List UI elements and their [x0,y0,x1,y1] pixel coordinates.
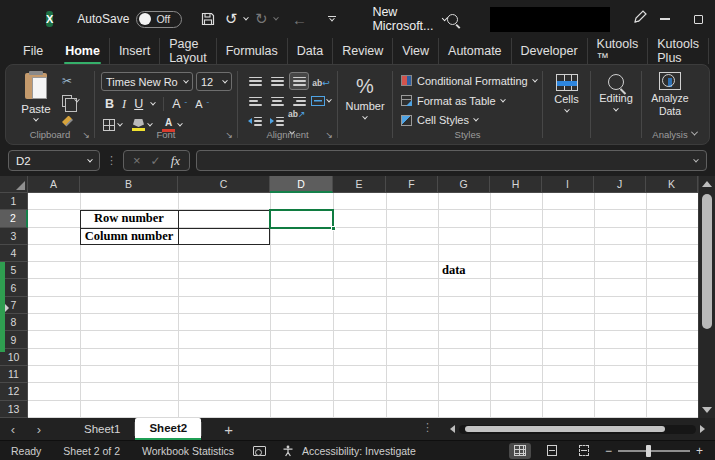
document-title[interactable]: New Microsoft... [372,5,446,33]
cell-g5[interactable]: data [442,262,490,279]
font-color-dropdown-icon[interactable] [177,121,183,127]
format-painter-button[interactable] [62,113,73,129]
row-header-2[interactable]: 2 [0,210,28,227]
increase-indent-button[interactable] [270,117,284,126]
row-header-11[interactable]: 11 [0,366,28,383]
tab-insert[interactable]: Insert [110,38,160,64]
vertical-scroll-thumb[interactable] [702,194,712,329]
maximize-button[interactable] [682,4,715,34]
column-header-a[interactable]: A [28,176,80,193]
row-header-1[interactable]: 1 [0,193,28,210]
column-header-e[interactable]: E [333,176,386,193]
column-header-k[interactable]: K [646,176,698,193]
row-header-13[interactable]: 13 [0,401,28,418]
fill-handle[interactable] [331,226,336,231]
column-header-c[interactable]: C [178,176,270,193]
top-align-button[interactable] [249,77,262,86]
formula-bar-splitter[interactable]: ⋮ [106,154,117,167]
tab-data[interactable]: Data [288,38,333,64]
column-header-h[interactable]: H [490,176,542,193]
fill-color-dropdown-icon[interactable] [147,121,153,127]
cells-dropdown-icon[interactable] [564,107,570,113]
alignment-dialog-launcher-icon[interactable]: ↘ [325,130,333,140]
page-layout-view-button[interactable] [541,443,563,459]
format-as-table-button[interactable]: Format as Table [401,93,542,109]
tab-file[interactable]: File [14,38,52,64]
tab-view[interactable]: View [393,38,439,64]
name-box[interactable]: D2 [8,150,100,171]
sheet-nav-left-icon[interactable]: ‹ [0,422,26,437]
accessibility-status[interactable]: Accessibility: Investigate [302,445,416,457]
font-dialog-launcher-icon[interactable]: ↘ [225,130,233,140]
cell-styles-dropdown-icon[interactable] [473,116,479,122]
wrap-text-button[interactable]: ab↩ [312,72,329,90]
tab-developer[interactable]: Developer [512,38,588,64]
bold-button[interactable]: B [105,97,114,111]
active-cell-d2[interactable] [269,209,334,228]
group-number[interactable]: % Number [338,67,392,142]
merge-center-button[interactable] [311,96,331,106]
page-break-view-button[interactable] [573,443,595,459]
column-header-d[interactable]: D [270,176,333,193]
scroll-left-icon[interactable] [450,425,455,433]
analyze-data-button[interactable]: Analyze Data [642,92,698,117]
scroll-up-icon[interactable] [702,181,712,187]
tab-kutools[interactable]: Kutools ™ [588,38,649,64]
column-header-j[interactable]: J [594,176,646,193]
expand-formula-bar-icon[interactable] [693,156,699,162]
align-center-button[interactable] [271,97,284,106]
autosave-toggle[interactable]: Off [136,11,182,28]
tab-automate[interactable]: Automate [439,38,512,64]
sheet-tab-sheet2[interactable]: Sheet2 [135,418,201,440]
save-icon[interactable] [198,7,218,31]
undo-icon[interactable]: ↺ [221,7,241,31]
formula-bar[interactable] [196,150,707,171]
column-header-b[interactable]: B [80,176,178,193]
minimize-button[interactable] [648,4,682,34]
tabbar-resize-handle[interactable]: ⋮ [422,421,433,434]
scroll-down-icon[interactable] [702,407,712,413]
format-as-table-dropdown-icon[interactable] [500,96,506,102]
formula-input[interactable] [205,155,694,167]
horizontal-scroll-thumb[interactable] [465,426,665,432]
underline-button[interactable]: U [134,97,143,111]
row-header-12[interactable]: 12 [0,383,28,400]
cell-styles-button[interactable]: Cell Styles [401,112,542,128]
qat-overflow-icon[interactable] [322,7,342,31]
editing-dropdown-icon[interactable] [613,106,619,112]
font-size-combobox[interactable]: 12 [196,72,232,91]
autosave-control[interactable]: AutoSave Off [77,11,182,28]
undo-dropdown-icon[interactable] [244,15,250,21]
insert-function-button[interactable]: fx [171,153,180,169]
cell-b3[interactable]: Column number [80,228,178,245]
number-dropdown-icon[interactable] [362,114,368,120]
tab-formulas[interactable]: Formulas [217,38,288,64]
name-box-dropdown-icon[interactable] [87,156,93,162]
tab-kutools-plus[interactable]: Kutools Plus [648,38,709,64]
zoom-slider-thumb[interactable] [646,445,651,457]
row-header-3[interactable]: 3 [0,228,28,245]
cut-button[interactable]: ✂ [62,73,72,89]
column-header-i[interactable]: I [542,176,594,193]
middle-align-button[interactable] [271,77,284,86]
sheet-nav-right-icon[interactable]: › [26,422,52,437]
increase-font-button[interactable]: Aˆ [172,97,187,111]
tab-home[interactable]: Home [56,38,110,64]
tab-page-layout[interactable]: Page Layout [160,38,217,64]
decrease-indent-button[interactable] [248,117,262,126]
conditional-formatting-button[interactable]: Conditional Formatting [401,73,542,89]
merge-dropdown-icon[interactable] [326,97,332,103]
sheet-tab-sheet1[interactable]: Sheet1 [70,418,134,440]
horizontal-scrollbar[interactable] [450,423,705,435]
column-header-f[interactable]: F [386,176,438,193]
pen-icon[interactable] [632,9,648,29]
group-editing[interactable]: Editing [591,67,641,142]
clipboard-dialog-launcher-icon[interactable]: ↘ [82,130,90,140]
select-all-button[interactable] [0,176,28,193]
zoom-slider[interactable] [618,450,690,452]
borders-dropdown-icon[interactable] [117,121,123,127]
scroll-right-icon[interactable] [700,425,705,433]
display-settings-icon[interactable] [245,446,274,456]
conditional-formatting-dropdown-icon[interactable] [532,77,538,83]
zoom-in-button[interactable]: + [696,444,703,458]
